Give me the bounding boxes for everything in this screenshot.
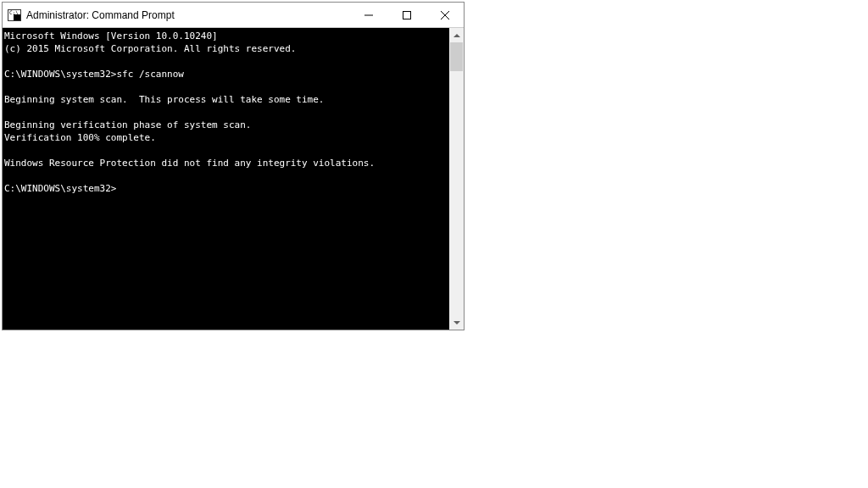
terminal-line: Windows Resource Protection did not find… <box>4 157 449 169</box>
maximize-button[interactable] <box>387 3 426 27</box>
client-area: Microsoft Windows [Version 10.0.10240](c… <box>3 28 464 330</box>
terminal-output[interactable]: Microsoft Windows [Version 10.0.10240](c… <box>3 28 449 330</box>
app-icon <box>8 9 21 21</box>
scroll-track[interactable] <box>449 42 464 315</box>
terminal-line <box>4 80 449 93</box>
terminal-line: Beginning system scan. This process will… <box>4 93 449 106</box>
svg-rect-1 <box>403 11 410 19</box>
command-prompt-window: Administrator: Command Prompt Microsoft <box>2 2 465 330</box>
minimize-button[interactable] <box>349 3 387 27</box>
scroll-down-button[interactable] <box>449 315 464 330</box>
terminal-line: Beginning verification phase of system s… <box>4 119 449 131</box>
terminal-line: C:\WINDOWS\system32>sfc /scannow <box>4 68 449 80</box>
maximize-icon <box>403 11 411 19</box>
titlebar[interactable]: Administrator: Command Prompt <box>3 3 464 28</box>
scroll-up-button[interactable] <box>449 28 464 42</box>
scroll-thumb[interactable] <box>450 42 463 71</box>
terminal-line: (c) 2015 Microsoft Corporation. All righ… <box>4 42 449 55</box>
terminal-line: C:\WINDOWS\system32> <box>4 182 449 195</box>
chevron-down-icon <box>453 321 460 324</box>
close-icon <box>441 11 449 19</box>
terminal-line <box>4 106 449 119</box>
terminal-line <box>4 55 449 68</box>
window-controls <box>349 3 464 27</box>
chevron-up-icon <box>453 34 460 37</box>
terminal-line: Microsoft Windows [Version 10.0.10240] <box>4 30 449 42</box>
terminal-line <box>4 169 449 182</box>
close-button[interactable] <box>426 3 464 27</box>
window-title: Administrator: Command Prompt <box>26 9 349 21</box>
vertical-scrollbar[interactable] <box>449 28 464 330</box>
terminal-line: Verification 100% complete. <box>4 131 449 144</box>
minimize-icon <box>364 11 373 19</box>
terminal-line <box>4 144 449 157</box>
